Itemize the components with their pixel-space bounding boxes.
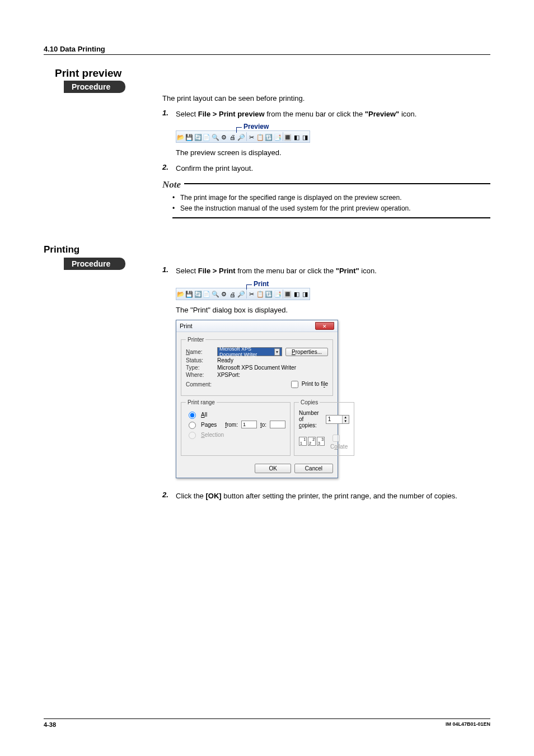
callout-label-print: Print bbox=[254, 280, 269, 288]
collate-icon: 123 bbox=[299, 437, 325, 446]
toolbar-icon: ◨ bbox=[301, 132, 310, 143]
toolbar-icon: ⚙ bbox=[219, 132, 228, 143]
printing-step-1: 1. Select File > Print from the menu bar… bbox=[162, 265, 490, 277]
toolbar-icon: 🔎 bbox=[237, 132, 245, 143]
text: button after setting the printer, the pr… bbox=[222, 492, 457, 500]
spin-up-icon[interactable]: ▲ bbox=[342, 416, 349, 419]
printing-after-toolbar: The "Print" dialog box is displayed. bbox=[176, 305, 490, 316]
toolbar-icon: 🔃 bbox=[265, 132, 273, 143]
label-name: Name: bbox=[186, 349, 214, 355]
text: from the menu bar or click the bbox=[265, 110, 365, 118]
doc-id: IM 04L47B01-01EN bbox=[446, 721, 490, 728]
print-to-file-checkbox[interactable]: Print to file bbox=[289, 379, 328, 390]
printer-select[interactable]: Microsoft XPS Document Writer ▾ bbox=[217, 347, 282, 356]
note-list: The print image for the specified range … bbox=[172, 193, 490, 218]
legend: Copies bbox=[299, 399, 320, 405]
radio-pages[interactable] bbox=[189, 422, 196, 429]
note-label: Note bbox=[162, 179, 184, 190]
to-input[interactable] bbox=[270, 421, 285, 428]
toolbar-icon: ◧ bbox=[292, 289, 301, 300]
cancel-button[interactable]: Cancel bbox=[294, 464, 333, 473]
text-bold: File > Print bbox=[198, 267, 236, 275]
text: Select bbox=[176, 267, 198, 275]
toolbar-icon: 🔎 bbox=[237, 289, 245, 300]
toolbar-icon: 🖨 bbox=[228, 132, 237, 143]
step-number: 2. bbox=[162, 163, 176, 174]
toolbar-image: 📂 💾 🔄 📄 🔍 ⚙ 🖨 🔎 ✂ 📋 🔃 📑 🔳 ◧ ◨ bbox=[176, 288, 310, 300]
toolbar-icon: 📂 bbox=[176, 132, 185, 143]
value-type: Microsoft XPS Document Writer bbox=[217, 365, 296, 371]
note-item: See the instruction manual of the used s… bbox=[172, 203, 490, 214]
page-number: 4-38 bbox=[44, 721, 56, 728]
toolbar-icon: ✂ bbox=[247, 289, 256, 300]
collate-checkbox: Collate bbox=[330, 433, 349, 450]
text: Confirm the print layout. bbox=[176, 163, 490, 174]
text-bold: File > Print preview bbox=[198, 110, 265, 118]
toolbar-icon: 📑 bbox=[273, 289, 282, 300]
section-header: 4.10 Data Printing bbox=[44, 45, 490, 55]
printing-step-2: 2. Click the [OK] button after setting t… bbox=[162, 491, 490, 502]
radio-all[interactable] bbox=[189, 412, 196, 419]
label: Collate bbox=[330, 444, 348, 450]
text: icon. bbox=[399, 110, 416, 118]
label: Print to file bbox=[302, 381, 328, 388]
step-number: 1. bbox=[162, 265, 176, 277]
label-comment: Comment: bbox=[186, 381, 214, 388]
callout-label-preview: Preview bbox=[243, 123, 269, 130]
properties-button[interactable]: Properties... bbox=[285, 348, 328, 356]
heading-printing: Printing bbox=[44, 244, 156, 255]
copies-group: Copies Number of copies: 1 ▲▼ 123 bbox=[294, 399, 354, 456]
text: from the menu bar or click the bbox=[236, 267, 336, 275]
label: Selection bbox=[201, 432, 224, 438]
label: Pages bbox=[201, 422, 217, 428]
label-copies: Number of copies: bbox=[299, 410, 319, 428]
text-bold: "Print" bbox=[336, 267, 359, 275]
heading-print-preview: Print preview bbox=[55, 67, 156, 80]
label: All bbox=[201, 412, 207, 418]
toolbar-icon: 🔍 bbox=[211, 289, 219, 300]
from-input[interactable] bbox=[241, 421, 257, 428]
text: Click the bbox=[176, 492, 205, 500]
toolbar-icon: 🔳 bbox=[284, 289, 292, 300]
toolbar-icon: 📄 bbox=[202, 289, 210, 300]
printer-group: Printer Name: Microsoft XPS Document Wri… bbox=[181, 337, 333, 396]
toolbar-icon: ◨ bbox=[301, 289, 310, 300]
toolbar-icon: 🔄 bbox=[194, 289, 202, 300]
legend: Print range bbox=[186, 399, 217, 405]
chevron-down-icon[interactable]: ▾ bbox=[274, 348, 280, 356]
print-dialog: Print ✕ Printer Name: Microsoft XPS Docu… bbox=[176, 320, 338, 478]
text: Select bbox=[176, 110, 198, 118]
note-rule bbox=[184, 183, 490, 184]
toolbar-icon: 📂 bbox=[176, 289, 185, 300]
label-type: Type: bbox=[186, 365, 214, 371]
value-where: XPSPort: bbox=[217, 372, 240, 378]
radio-selection bbox=[189, 432, 196, 439]
toolbar-icon: 📄 bbox=[202, 132, 210, 143]
toolbar-icon: ✂ bbox=[247, 132, 256, 143]
step-number: 1. bbox=[162, 109, 176, 120]
toolbar-icon: 📋 bbox=[256, 132, 264, 143]
close-icon[interactable]: ✕ bbox=[315, 322, 334, 330]
toolbar-icon: 🔄 bbox=[194, 132, 202, 143]
printer-select-value: Microsoft XPS Document Writer bbox=[219, 346, 274, 357]
ok-button[interactable]: OK bbox=[255, 464, 291, 473]
label-to: to: bbox=[260, 422, 266, 428]
procedure-badge: Procedure bbox=[64, 258, 125, 270]
step-number: 2. bbox=[162, 491, 176, 502]
spin-down-icon[interactable]: ▼ bbox=[342, 419, 349, 423]
toolbar-icon: 🖨 bbox=[228, 289, 237, 300]
label-status: Status: bbox=[186, 357, 214, 363]
note-item: The print image for the specified range … bbox=[172, 193, 490, 203]
text-bold: [OK] bbox=[205, 492, 221, 500]
preview-intro: The print layout can be seen before prin… bbox=[162, 93, 490, 104]
toolbar-icon: 📑 bbox=[273, 132, 282, 143]
preview-step-2: 2. Confirm the print layout. bbox=[162, 163, 490, 174]
value-status: Ready bbox=[217, 357, 233, 363]
checkbox[interactable] bbox=[291, 381, 298, 388]
label-where: Where: bbox=[186, 372, 214, 378]
dialog-title: Print bbox=[180, 323, 193, 329]
copies-spinner[interactable]: 1 ▲▼ bbox=[326, 415, 349, 424]
procedure-badge: Procedure bbox=[64, 81, 125, 93]
checkbox bbox=[332, 435, 340, 442]
preview-step-1: 1. Select File > Print preview from the … bbox=[162, 109, 490, 120]
